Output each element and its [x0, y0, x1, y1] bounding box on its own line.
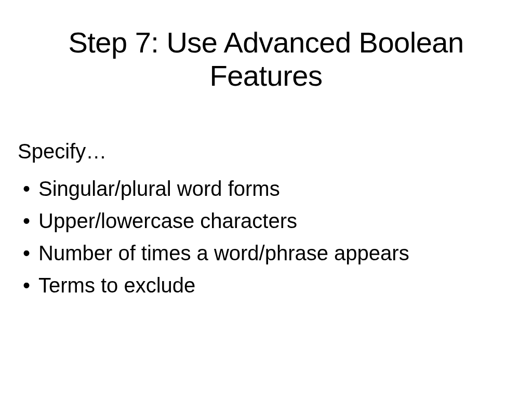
- list-item: Singular/plural word forms: [18, 172, 516, 205]
- list-item: Number of times a word/phrase appears: [18, 237, 516, 269]
- slide-title: Step 7: Use Advanced Boolean Features: [16, 26, 516, 93]
- slide-container: Step 7: Use Advanced Boolean Features Sp…: [0, 0, 532, 399]
- intro-text: Specify…: [16, 140, 516, 163]
- list-item: Terms to exclude: [18, 269, 516, 301]
- bullet-list: Singular/plural word forms Upper/lowerca…: [16, 172, 516, 301]
- list-item: Upper/lowercase characters: [18, 205, 516, 237]
